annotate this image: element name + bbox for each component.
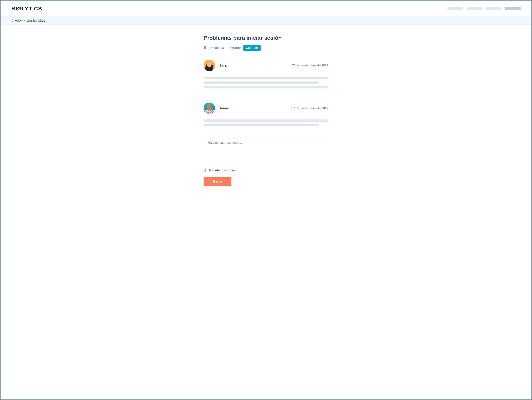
- message: Jaime 07 de noviembre de 2022: [203, 103, 329, 126]
- ticket-status-group: estado: ABIERTO: [230, 45, 261, 51]
- logo: BIGLYTICS: [11, 6, 42, 12]
- text-placeholder-line: [203, 119, 329, 122]
- app-frame: BIGLYTICS Volver a todos los tickets Pro…: [1, 1, 531, 399]
- divider: [203, 96, 329, 96]
- header: BIGLYTICS: [1, 1, 531, 16]
- text-placeholder-line: [203, 81, 318, 84]
- back-link[interactable]: Volver a todos los tickets: [15, 19, 45, 22]
- text-placeholder-line: [203, 86, 329, 88]
- message-date: 07 de noviembre de 2022: [291, 106, 329, 110]
- ticket-status-label: estado:: [230, 46, 241, 50]
- ticket-title: Problemas para iniciar sesión: [203, 35, 329, 41]
- nav-item-placeholder[interactable]: [486, 7, 501, 10]
- message-date: 07 de noviembre de 2022: [291, 64, 329, 67]
- message-header: Jaime 07 de noviembre de 2022: [203, 103, 329, 114]
- message-header: Sara 07 de noviembre de 2022: [203, 60, 329, 71]
- reply-textarea[interactable]: [203, 137, 329, 162]
- message-body-placeholder: [203, 119, 329, 126]
- text-placeholder-line: [203, 124, 318, 126]
- nav-item-placeholder[interactable]: [505, 7, 521, 10]
- ticket-icon: [203, 46, 207, 50]
- submit-button[interactable]: Enviar: [203, 177, 231, 186]
- breadcrumb-bar: Volver a todos los tickets: [1, 16, 531, 25]
- author-name: Sara: [219, 64, 227, 67]
- nav-item-placeholder[interactable]: [448, 7, 462, 10]
- ticket-number-text: N.º 000023: [208, 46, 224, 50]
- message: Sara 07 de noviembre de 2022: [203, 60, 329, 88]
- message-body-placeholder: [203, 77, 329, 88]
- attach-file-button[interactable]: Adjuntar un archivo: [203, 168, 329, 173]
- paperclip-icon: [203, 168, 207, 173]
- chevron-left-icon: [11, 19, 13, 22]
- author-name: Jaime: [219, 106, 229, 110]
- ticket-meta: N.º 000023 estado: ABIERTO: [203, 45, 329, 51]
- status-badge: ABIERTO: [243, 45, 261, 51]
- ticket-number: N.º 000023: [203, 46, 224, 50]
- ticket-content: Problemas para iniciar sesión N.º 000023…: [200, 25, 332, 194]
- attach-file-label: Adjuntar un archivo: [209, 169, 236, 172]
- avatar: [203, 60, 215, 71]
- avatar: [203, 103, 215, 114]
- text-placeholder-line: [203, 77, 329, 79]
- nav-item-placeholder[interactable]: [467, 7, 482, 10]
- nav-menu: [448, 7, 521, 10]
